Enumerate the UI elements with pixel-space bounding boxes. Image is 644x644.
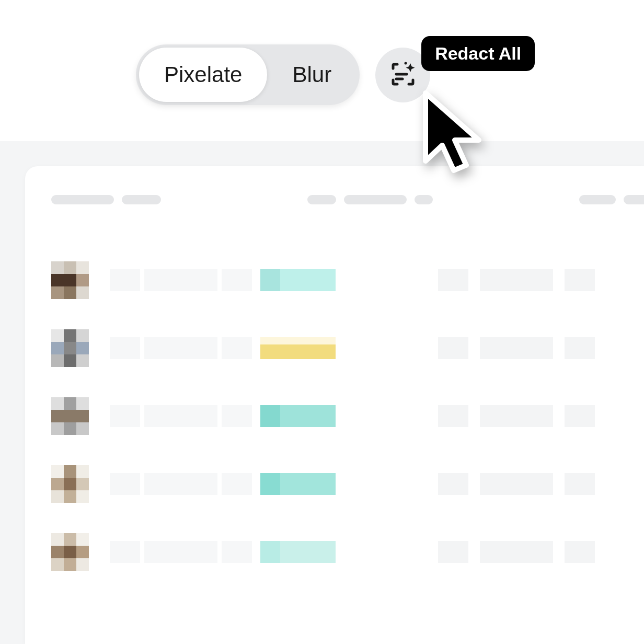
pixelate-segment[interactable]: Pixelate (139, 48, 267, 102)
pixelated-avatar (51, 261, 89, 299)
redaction-mode-segmented-control: Pixelate Blur (136, 44, 360, 105)
data-table-card (25, 166, 644, 644)
redacted-right-cells (438, 541, 595, 563)
table-row[interactable] (51, 450, 644, 518)
svg-point-2 (404, 62, 407, 64)
pixelated-avatar (51, 465, 89, 503)
redact-all-tooltip: Redact All (421, 36, 535, 71)
table-row[interactable] (51, 246, 644, 314)
header-placeholder (624, 195, 644, 204)
redaction-toolbar: Pixelate Blur Redact All (136, 44, 430, 105)
redacted-text-cells (110, 337, 252, 359)
status-badge (260, 337, 336, 359)
table-body (51, 246, 644, 586)
redacted-right-cells (438, 473, 595, 495)
table-row[interactable] (51, 382, 644, 450)
redacted-right-cells (438, 337, 595, 359)
content-area (0, 141, 644, 644)
table-row[interactable] (51, 518, 644, 586)
pixelated-avatar (51, 533, 89, 571)
cursor-pointer-icon (420, 88, 493, 184)
pixelated-avatar (51, 329, 89, 367)
status-badge (260, 541, 336, 563)
table-row[interactable] (51, 314, 644, 382)
redacted-text-cells (110, 405, 252, 427)
pixelated-avatar (51, 397, 89, 435)
status-badge (260, 405, 336, 427)
status-badge (260, 473, 336, 495)
header-placeholder (307, 195, 336, 204)
redacted-text-cells (110, 269, 252, 291)
redacted-right-cells (438, 269, 595, 291)
redacted-right-cells (438, 405, 595, 427)
header-placeholder (344, 195, 407, 204)
redacted-text-cells (110, 541, 252, 563)
header-placeholder (51, 195, 114, 204)
blur-segment[interactable]: Blur (267, 48, 356, 102)
header-placeholder (579, 195, 616, 204)
status-badge (260, 269, 336, 291)
header-placeholder (122, 195, 161, 204)
redact-scan-icon (390, 61, 416, 89)
redacted-text-cells (110, 473, 252, 495)
header-placeholder (415, 195, 433, 204)
table-header-row (51, 195, 644, 204)
